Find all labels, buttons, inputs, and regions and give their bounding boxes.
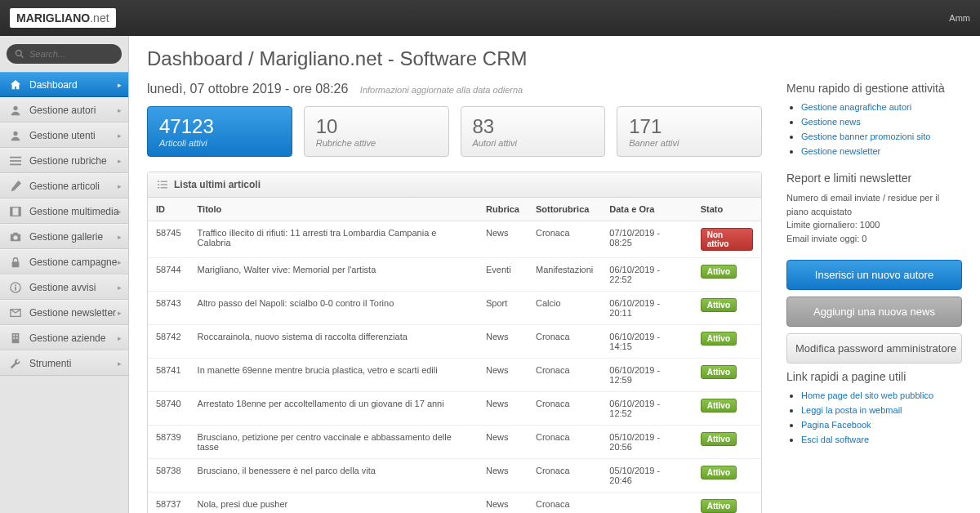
logo[interactable]: MARIGLIANO.net xyxy=(10,8,116,28)
user-menu[interactable]: Amm xyxy=(949,13,970,23)
logo-text: MARIGLIANO xyxy=(16,11,90,25)
topbar: MARIGLIANO.net Amm xyxy=(0,0,980,36)
logo-suffix: .net xyxy=(90,11,109,25)
